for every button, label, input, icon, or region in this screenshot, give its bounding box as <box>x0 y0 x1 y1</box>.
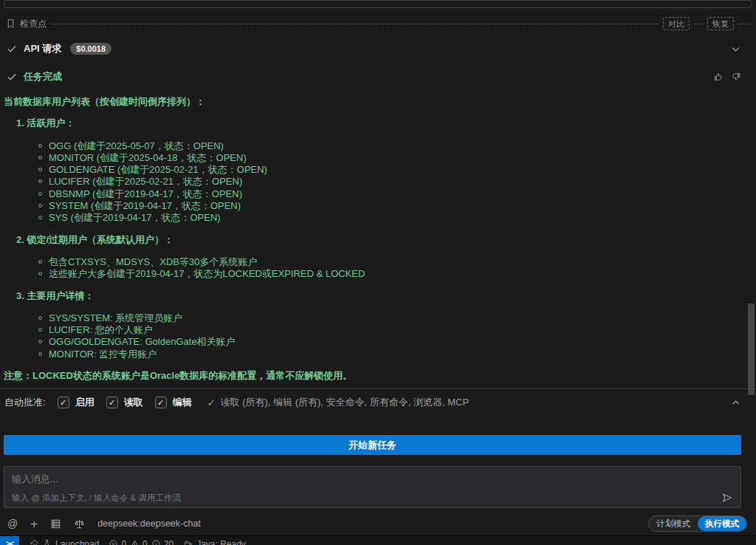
launchpad-item[interactable]: Launchpad <box>29 539 99 545</box>
result-note: 注意：LOCKED状态的系统账户是Oracle数据库的标准配置，通常不应解锁使用… <box>4 370 741 382</box>
thumbs-down-icon[interactable] <box>731 72 741 82</box>
bullet-icon <box>38 352 42 356</box>
read-label: 读取 <box>124 396 143 409</box>
bullet-icon <box>38 179 42 183</box>
edit-checkbox[interactable]: ✓ <box>155 397 167 408</box>
start-new-task-button[interactable]: 开始新任务 <box>4 435 741 455</box>
section-title: 1. 活跃用户： <box>16 117 741 129</box>
list-item: LUCIFER (创建于2025-02-21，状态：OPEN) <box>38 176 741 188</box>
api-request-row[interactable]: API 请求 $0.0018 <box>6 42 741 55</box>
message-input-box[interactable]: 输入 @ 添加上下文, / 输入命令 & 调用工作流 <box>4 466 741 508</box>
java-status-item[interactable]: Java: Ready <box>183 539 246 545</box>
list-item: SYS (创建于2019-04-17，状态：OPEN) <box>38 212 741 224</box>
bullet-icon <box>38 216 42 219</box>
bullet-icon <box>38 260 42 264</box>
bullet-icon <box>38 204 42 208</box>
launchpad-label: Launchpad <box>55 539 99 545</box>
active-users-list: OGG (创建于2025-05-07，状态：OPEN) MONITOR (创建于… <box>4 140 741 224</box>
bullet-icon <box>38 192 42 196</box>
model-selector[interactable]: deepseek:deepseek-chat <box>97 518 201 529</box>
auto-approve-bar[interactable]: 自动批准: ✓ 启用 ✓ 读取 ✓ 编辑 ✓ 读取 (所有), 编辑 (所有),… <box>4 389 741 416</box>
act-mode-button[interactable]: 执行模式 <box>698 516 746 531</box>
enable-label: 启用 <box>75 396 94 409</box>
list-item: OGG (创建于2025-05-07，状态：OPEN) <box>38 140 741 152</box>
task-completed-row: 任务完成 <box>6 70 741 83</box>
warning-icon <box>130 539 140 545</box>
bullet-icon <box>38 340 42 343</box>
checkpoint-divider <box>51 24 659 24</box>
read-checkbox[interactable]: ✓ <box>106 397 118 408</box>
thumbs-up-icon[interactable] <box>713 72 724 82</box>
coffee-icon <box>183 539 193 545</box>
server-icon[interactable] <box>50 518 61 529</box>
success-check-icon <box>6 71 18 83</box>
locked-users-list: 包含CTXSYS、MDSYS、XDB等30多个系统账户 这些账户大多创建于201… <box>4 256 741 281</box>
bullet-icon <box>38 272 42 275</box>
chevron-up-icon[interactable] <box>730 397 741 408</box>
assistant-result: 当前数据库用户列表（按创建时间倒序排列）： 1. 活跃用户： OGG (创建于2… <box>4 96 741 382</box>
at-mention-button[interactable]: @ <box>7 518 18 529</box>
bullet-icon <box>38 168 42 171</box>
scale-icon[interactable] <box>74 518 85 529</box>
check-icon: ✓ <box>207 397 216 408</box>
chat-panel: 检查点 对比 恢复 API 请求 $0.0018 任务完成 <box>0 0 756 545</box>
auto-approve-summary: 读取 (所有), 编辑 (所有), 安全命令, 所有命令, 浏览器, MCP <box>221 396 470 409</box>
cost-badge: $0.0018 <box>70 43 111 55</box>
mode-toggle: 计划模式 执行模式 <box>648 515 747 532</box>
bookmark-icon <box>6 18 16 29</box>
remote-indicator-icon[interactable]: >< <box>0 536 19 545</box>
list-item: GOLDENGATE (创建于2025-02-21，状态：OPEN) <box>38 164 741 176</box>
input-hint: 输入 @ 添加上下文, / 输入命令 & 调用工作流 <box>12 493 181 504</box>
info-icon <box>151 539 161 545</box>
list-item: DBSNMP (创建于2019-04-17，状态：OPEN) <box>38 188 741 200</box>
message-input[interactable] <box>12 473 733 486</box>
bullet-icon <box>38 328 42 332</box>
list-item: SYS/SYSTEM: 系统管理员账户 <box>38 312 741 324</box>
bullet-icon <box>38 144 42 148</box>
list-item: 包含CTXSYS、MDSYS、XDB等30多个系统账户 <box>38 256 741 268</box>
check-icon: ✓ <box>60 398 66 408</box>
api-request-label: API 请求 <box>24 42 61 55</box>
list-item: MONITOR: 监控专用账户 <box>38 349 741 360</box>
result-intro: 当前数据库用户列表（按创建时间倒序排列）： <box>4 96 741 108</box>
check-icon: ✓ <box>109 398 115 408</box>
plus-icon[interactable]: + <box>30 518 38 530</box>
checkpoint-label: 检查点 <box>20 18 47 30</box>
section-title: 3. 主要用户详情： <box>16 290 741 302</box>
input-toolbar: @ + deepseek:deepseek-chat 计划模式 执行模式 <box>7 514 747 533</box>
enable-checkbox[interactable]: ✓ <box>58 397 69 408</box>
list-item: LUCIFER: 您的个人账户 <box>38 324 741 336</box>
auto-approve-label: 自动批准: <box>4 396 46 409</box>
checkpoint-bar: 检查点 对比 恢复 <box>6 17 750 30</box>
scrollbar-thumb[interactable] <box>748 304 755 395</box>
section-title: 2. 锁定/过期用户（系统默认用户）： <box>16 234 741 246</box>
task-completed-label: 任务完成 <box>24 70 62 83</box>
restore-button[interactable]: 恢复 <box>707 17 734 30</box>
checkpoint-divider <box>738 24 750 24</box>
send-icon[interactable] <box>721 492 733 504</box>
compare-button[interactable]: 对比 <box>663 17 690 30</box>
warning-count: 0 <box>142 539 148 545</box>
checkpoint-divider <box>694 24 703 24</box>
list-item: MONITOR (创建于2025-04-18，状态：OPEN) <box>38 152 741 164</box>
plan-mode-button[interactable]: 计划模式 <box>649 516 698 531</box>
key-users-list: SYS/SYSTEM: 系统管理员账户 LUCIFER: 您的个人账户 OGG/… <box>4 312 741 360</box>
rocket-icon <box>29 539 38 545</box>
error-count: 0 <box>121 539 126 545</box>
list-item: 这些账户大多创建于2019-04-17，状态为LOCKED或EXPIRED & … <box>38 268 741 280</box>
edit-label: 编辑 <box>173 396 192 409</box>
status-bar: >< Launchpad 0 0 20 <box>0 535 756 545</box>
list-item: OGG/GOLDENGATE: GoldenGate相关账户 <box>38 336 741 348</box>
bullet-icon <box>38 156 42 160</box>
chevron-down-icon[interactable] <box>730 44 741 55</box>
check-icon: ✓ <box>157 398 164 408</box>
info-count: 20 <box>164 539 173 545</box>
error-icon <box>109 539 118 545</box>
previous-message-box[interactable] <box>4 0 752 8</box>
success-check-icon <box>6 43 18 55</box>
list-item: SYSTEM (创建于2019-04-17，状态：OPEN) <box>38 200 741 212</box>
bullet-icon <box>38 316 42 320</box>
java-status-label: Java: Ready <box>196 539 246 545</box>
beaker-icon <box>42 539 52 545</box>
problems-item[interactable]: 0 0 20 <box>109 539 173 545</box>
